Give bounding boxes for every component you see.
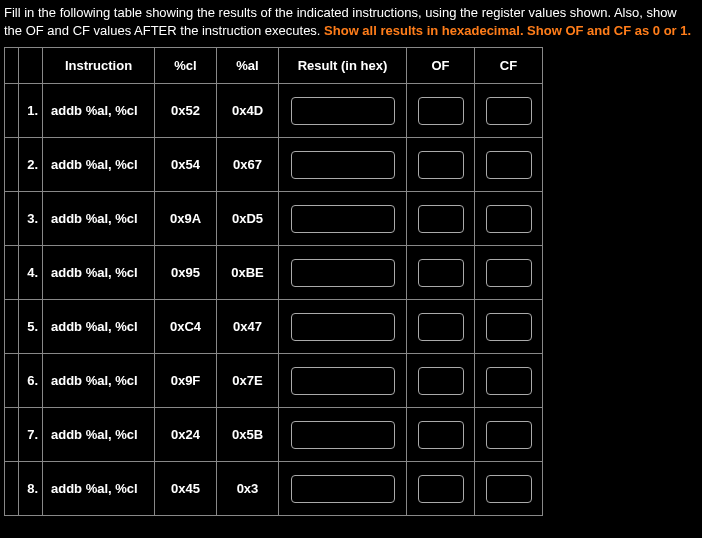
row-blank bbox=[5, 354, 19, 408]
row-number: 6. bbox=[19, 354, 43, 408]
result-cell bbox=[279, 84, 407, 138]
cl-cell: 0x24 bbox=[155, 408, 217, 462]
row-number: 3. bbox=[19, 192, 43, 246]
cf-input[interactable] bbox=[486, 367, 532, 395]
cf-input[interactable] bbox=[486, 475, 532, 503]
answer-table: Instruction %cl %al Result (in hex) OF C… bbox=[4, 47, 543, 516]
al-cell: 0x3 bbox=[217, 462, 279, 516]
cf-input[interactable] bbox=[486, 313, 532, 341]
table-row: 7.addb %al, %cl0x240x5B bbox=[5, 408, 543, 462]
row-number: 1. bbox=[19, 84, 43, 138]
result-input[interactable] bbox=[291, 475, 395, 503]
header-instruction: Instruction bbox=[43, 48, 155, 84]
of-input[interactable] bbox=[418, 313, 464, 341]
al-cell: 0xBE bbox=[217, 246, 279, 300]
prompt-highlight: Show all results in hexadecimal. Show OF… bbox=[324, 23, 691, 38]
instruction-cell: addb %al, %cl bbox=[43, 192, 155, 246]
of-input[interactable] bbox=[418, 205, 464, 233]
question-prompt: Fill in the following table showing the … bbox=[0, 4, 702, 47]
result-input[interactable] bbox=[291, 367, 395, 395]
result-input[interactable] bbox=[291, 421, 395, 449]
cl-cell: 0x52 bbox=[155, 84, 217, 138]
table-row: 4.addb %al, %cl0x950xBE bbox=[5, 246, 543, 300]
result-cell bbox=[279, 408, 407, 462]
of-input[interactable] bbox=[418, 97, 464, 125]
row-blank bbox=[5, 138, 19, 192]
result-cell bbox=[279, 354, 407, 408]
cf-input[interactable] bbox=[486, 151, 532, 179]
cl-cell: 0x95 bbox=[155, 246, 217, 300]
table-row: 6.addb %al, %cl0x9F0x7E bbox=[5, 354, 543, 408]
row-number: 8. bbox=[19, 462, 43, 516]
of-cell bbox=[407, 138, 475, 192]
instruction-cell: addb %al, %cl bbox=[43, 84, 155, 138]
header-row: Instruction %cl %al Result (in hex) OF C… bbox=[5, 48, 543, 84]
table-row: 3.addb %al, %cl0x9A0xD5 bbox=[5, 192, 543, 246]
cf-input[interactable] bbox=[486, 259, 532, 287]
row-blank bbox=[5, 462, 19, 516]
header-al: %al bbox=[217, 48, 279, 84]
instruction-cell: addb %al, %cl bbox=[43, 138, 155, 192]
row-blank bbox=[5, 300, 19, 354]
of-cell bbox=[407, 354, 475, 408]
of-cell bbox=[407, 246, 475, 300]
result-cell bbox=[279, 138, 407, 192]
instruction-cell: addb %al, %cl bbox=[43, 246, 155, 300]
row-number: 5. bbox=[19, 300, 43, 354]
result-input[interactable] bbox=[291, 259, 395, 287]
cf-cell bbox=[475, 192, 543, 246]
cl-cell: 0x9A bbox=[155, 192, 217, 246]
of-input[interactable] bbox=[418, 367, 464, 395]
header-cl: %cl bbox=[155, 48, 217, 84]
al-cell: 0x47 bbox=[217, 300, 279, 354]
table-row: 8.addb %al, %cl0x450x3 bbox=[5, 462, 543, 516]
header-cf: CF bbox=[475, 48, 543, 84]
result-cell bbox=[279, 462, 407, 516]
al-cell: 0x7E bbox=[217, 354, 279, 408]
row-number: 2. bbox=[19, 138, 43, 192]
header-blank2 bbox=[19, 48, 43, 84]
cf-input[interactable] bbox=[486, 421, 532, 449]
cf-input[interactable] bbox=[486, 205, 532, 233]
cf-cell bbox=[475, 138, 543, 192]
of-input[interactable] bbox=[418, 151, 464, 179]
row-number: 7. bbox=[19, 408, 43, 462]
al-cell: 0x5B bbox=[217, 408, 279, 462]
row-blank bbox=[5, 246, 19, 300]
result-input[interactable] bbox=[291, 205, 395, 233]
header-of: OF bbox=[407, 48, 475, 84]
of-cell bbox=[407, 300, 475, 354]
instruction-cell: addb %al, %cl bbox=[43, 300, 155, 354]
cf-cell bbox=[475, 462, 543, 516]
cl-cell: 0x9F bbox=[155, 354, 217, 408]
result-input[interactable] bbox=[291, 313, 395, 341]
row-number: 4. bbox=[19, 246, 43, 300]
header-blank1 bbox=[5, 48, 19, 84]
result-cell bbox=[279, 192, 407, 246]
result-cell bbox=[279, 246, 407, 300]
instruction-cell: addb %al, %cl bbox=[43, 462, 155, 516]
cf-input[interactable] bbox=[486, 97, 532, 125]
cl-cell: 0x54 bbox=[155, 138, 217, 192]
of-input[interactable] bbox=[418, 475, 464, 503]
cf-cell bbox=[475, 84, 543, 138]
row-blank bbox=[5, 408, 19, 462]
cl-cell: 0xC4 bbox=[155, 300, 217, 354]
al-cell: 0x4D bbox=[217, 84, 279, 138]
row-blank bbox=[5, 192, 19, 246]
table-row: 5.addb %al, %cl0xC40x47 bbox=[5, 300, 543, 354]
table-row: 2.addb %al, %cl0x540x67 bbox=[5, 138, 543, 192]
result-input[interactable] bbox=[291, 151, 395, 179]
of-cell bbox=[407, 192, 475, 246]
of-input[interactable] bbox=[418, 421, 464, 449]
result-input[interactable] bbox=[291, 97, 395, 125]
of-input[interactable] bbox=[418, 259, 464, 287]
row-blank bbox=[5, 84, 19, 138]
al-cell: 0x67 bbox=[217, 138, 279, 192]
instruction-cell: addb %al, %cl bbox=[43, 354, 155, 408]
cf-cell bbox=[475, 354, 543, 408]
of-cell bbox=[407, 408, 475, 462]
of-cell bbox=[407, 462, 475, 516]
cl-cell: 0x45 bbox=[155, 462, 217, 516]
table-row: 1.addb %al, %cl0x520x4D bbox=[5, 84, 543, 138]
